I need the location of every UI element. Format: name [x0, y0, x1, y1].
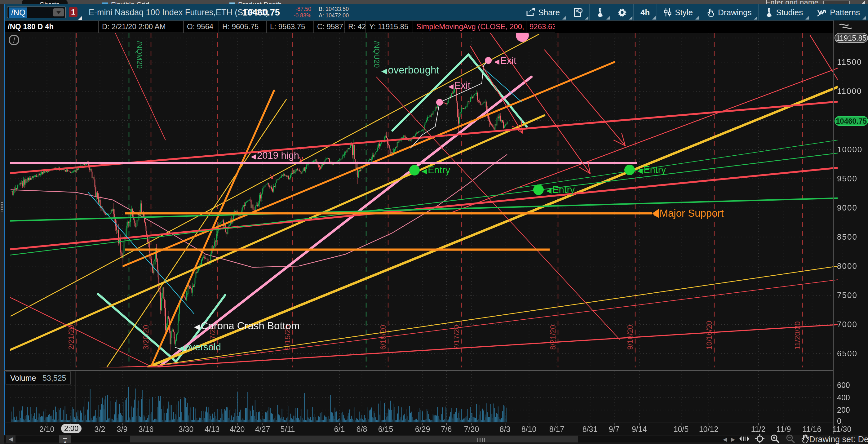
- price-axis-label: 6500: [837, 349, 858, 358]
- chart-scrollbar-row: ◀ ▬▲ ◀ ▶ Drawing set: Default: [4, 435, 868, 444]
- jump-to-end-button[interactable]: ▬▲: [59, 435, 71, 443]
- annotation-entry[interactable]: ◀Entry: [638, 164, 666, 176]
- left-arrow-icon: ◀: [638, 167, 643, 175]
- price-axis-label: 10000: [837, 145, 862, 154]
- annotation-text: overbought: [388, 64, 439, 76]
- volume-axis-label: 400: [837, 393, 850, 402]
- annotation-text: 2019 high: [257, 150, 299, 161]
- annotation-text: Entry: [552, 184, 575, 195]
- pane-splitter[interactable]: [4, 368, 833, 368]
- time-axis-label: 2/10: [39, 425, 55, 434]
- annotation-overbought[interactable]: ◀overbought: [381, 64, 439, 76]
- time-axis-label: 4/27: [255, 425, 270, 434]
- volume-axis-label: 0: [837, 417, 841, 426]
- time-axis-label: 5/11: [281, 425, 295, 434]
- plot-top-border: [4, 33, 833, 33]
- time-axis-label: 10/12: [699, 425, 719, 434]
- time-axis-label: 6/29: [415, 425, 430, 434]
- left-gutter: [0, 4, 4, 444]
- left-arrow-icon: ◀: [381, 67, 387, 75]
- left-arrow-icon: ◀: [653, 210, 658, 218]
- left-arrow-icon: ◀: [251, 152, 256, 160]
- left-arrow-icon: ◀: [494, 58, 499, 66]
- time-axis-label: 11/9: [777, 425, 791, 434]
- time-axis-label: 7/6: [441, 425, 452, 434]
- annotation-text: Entry: [644, 164, 666, 175]
- price-axis-label: 7000: [837, 320, 858, 329]
- price-axis-label: 11000: [837, 87, 862, 96]
- time-axis-label: 4/13: [205, 425, 220, 434]
- time-axis-label: 6/1: [334, 425, 345, 434]
- scrollbar-grip[interactable]: [477, 438, 485, 442]
- step-left-button[interactable]: ◀: [723, 436, 727, 443]
- annotation-text: oversold: [185, 342, 221, 353]
- annotation-entry[interactable]: ◀Entry: [422, 165, 450, 176]
- zoom-out-icon[interactable]: [785, 434, 796, 444]
- pane-divider: [4, 4, 5, 444]
- volume-value: 53,525: [38, 372, 71, 384]
- time-axis-label: 11/2: [751, 425, 766, 434]
- price-axis-label: 9000: [837, 203, 858, 213]
- time-axis-label: 9/7: [609, 425, 620, 434]
- annotation-text: Exit: [455, 80, 471, 91]
- left-arrow-icon: ◀: [448, 83, 454, 91]
- annotation-text: Major Support: [659, 207, 723, 219]
- annotation-text: Entry: [428, 165, 450, 176]
- thinkorswim-chart-window: Charts Flexible Grid Product Depth Enter…: [0, 0, 868, 444]
- crosshair-tool-icon[interactable]: [755, 434, 765, 444]
- annotation-text: Exit: [500, 55, 517, 66]
- hand-tool-icon[interactable]: [801, 434, 809, 444]
- volume-pane-label[interactable]: Volume: [6, 372, 41, 384]
- left-arrow-icon: ◀: [422, 167, 427, 175]
- time-axis-label: 8/10: [521, 425, 537, 434]
- time-axis-label: 6/8: [356, 425, 367, 434]
- volume-axis-label: 600: [837, 381, 850, 390]
- pan-icon[interactable]: [739, 435, 750, 444]
- time-axis-label: 3/2: [95, 425, 105, 434]
- time-axis-label: 3/16: [138, 425, 154, 434]
- time-axis-label: 11/16: [803, 425, 822, 434]
- price-axis-label: 11500: [837, 57, 862, 67]
- time-axis-label: 3/9: [117, 425, 128, 434]
- time-axis-label: 7/20: [464, 425, 479, 434]
- price-axis-label: 7500: [837, 291, 858, 300]
- price-axis-label: 8500: [837, 232, 858, 242]
- time-axis-label: 3/30: [179, 425, 194, 434]
- price-axis-separator: [833, 21, 834, 434]
- scrollbar-thumb[interactable]: [130, 436, 578, 442]
- time-axis-label: 4/20: [230, 425, 245, 434]
- left-arrow-icon: ◀: [194, 322, 199, 331]
- axis-autoscale-icon[interactable]: [839, 22, 852, 32]
- time-axis-label: 6/15: [378, 425, 393, 434]
- step-right-button[interactable]: ▶: [731, 436, 735, 443]
- left-arrow-icon: ◀: [179, 344, 184, 352]
- crosshair-time-bubble: 2:00: [61, 424, 82, 433]
- time-axis-label: 9/14: [632, 425, 647, 434]
- time-axis-label: 8/31: [583, 425, 598, 434]
- time-axis-label: 8/17: [549, 425, 564, 434]
- annotation-exit[interactable]: ◀Exit: [494, 55, 517, 66]
- price-axis-label: 8000: [837, 261, 858, 271]
- time-axis-label: 10/5: [674, 425, 689, 434]
- last-price-bubble: 10460.75: [835, 116, 868, 126]
- annotation-exit[interactable]: ◀Exit: [448, 80, 471, 91]
- scroll-left-button[interactable]: ◀: [6, 435, 16, 443]
- annotation-oversold[interactable]: ◀oversold: [179, 342, 221, 353]
- zoom-in-icon[interactable]: [770, 434, 780, 444]
- time-axis-label: 11/30: [833, 425, 851, 434]
- pane-splitter[interactable]: [4, 370, 833, 371]
- time-axis-label: 8/3: [500, 425, 510, 434]
- pane-drag-grip[interactable]: [1, 201, 3, 211]
- crosshair-price-bubble: 11915.85: [835, 33, 868, 43]
- volume-axis-label: 200: [837, 406, 850, 415]
- annotation-entry[interactable]: ◀Entry: [546, 184, 575, 195]
- annotation-2019-high[interactable]: ◀2019 high: [251, 150, 299, 161]
- drawing-set-label[interactable]: Drawing set: Default: [809, 435, 868, 444]
- chart-info-icon[interactable]: !: [9, 35, 19, 45]
- left-arrow-icon: ◀: [546, 187, 552, 195]
- annotation-major-support[interactable]: ◀Major Support: [653, 207, 724, 219]
- annotation-text: Corona Crash Bottom: [200, 320, 300, 331]
- price-axis-label: 9500: [837, 174, 858, 183]
- annotation-corona-crash-bottom[interactable]: ◀Corona Crash Bottom: [194, 320, 300, 332]
